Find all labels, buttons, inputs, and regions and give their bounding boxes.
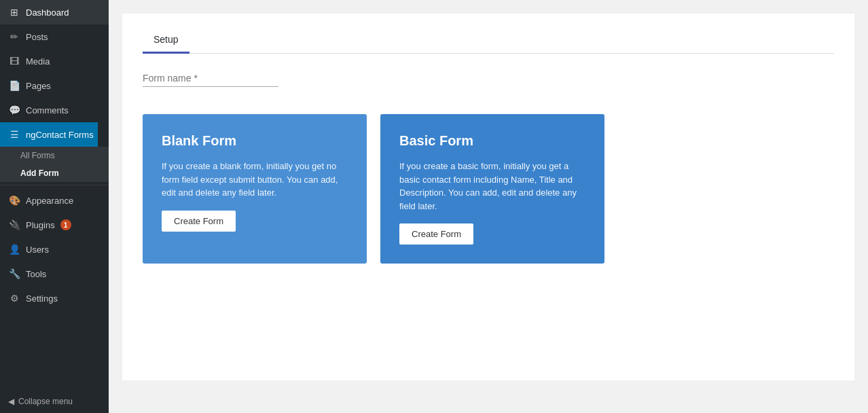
- pages-icon: 📄: [8, 79, 20, 92]
- sidebar-item-settings[interactable]: ⚙ Settings: [0, 286, 109, 310]
- sidebar-item-comments[interactable]: 💬 Comments: [0, 98, 109, 122]
- sidebar: ⊞ Dashboard ✏ Posts 🎞 Media 📄 Pages 💬 Co…: [0, 0, 109, 413]
- users-icon: 👤: [8, 243, 20, 255]
- sidebar-item-appearance[interactable]: 🎨 Appearance: [0, 188, 109, 213]
- sidebar-item-tools[interactable]: 🔧 Tools: [0, 262, 109, 286]
- settings-icon: ⚙: [8, 292, 20, 304]
- sidebar-item-label: Appearance: [26, 196, 73, 206]
- basic-form-title: Basic Form: [399, 133, 585, 149]
- template-cards: Blank Form If you create a blank form, i…: [143, 114, 834, 264]
- sidebar-item-dashboard[interactable]: ⊞ Dashboard: [0, 0, 109, 24]
- basic-form-description: If you create a basic form, initially yo…: [399, 160, 585, 213]
- sidebar-arrow-icon: ◀: [98, 122, 109, 147]
- sidebar-item-label: Comments: [26, 105, 69, 115]
- sidebar-sub-item-add-form[interactable]: Add Form: [0, 164, 109, 182]
- sidebar-submenu-ngcontact: All Forms Add Form: [0, 147, 109, 182]
- sidebar-item-label: Tools: [26, 269, 46, 279]
- content-box: Setup Blank Form If you create a blank f…: [122, 14, 854, 380]
- sidebar-item-users[interactable]: 👤 Users: [0, 237, 109, 262]
- collapse-icon: ◀: [8, 397, 14, 406]
- sidebar-item-posts[interactable]: ✏ Posts: [0, 24, 109, 49]
- tools-icon: 🔧: [8, 268, 20, 280]
- appearance-icon: 🎨: [8, 194, 20, 206]
- blank-form-card: Blank Form If you create a blank form, i…: [143, 114, 367, 264]
- media-icon: 🎞: [8, 55, 20, 67]
- sidebar-item-plugins[interactable]: 🔌 Plugins 1: [0, 213, 109, 237]
- sidebar-item-pages[interactable]: 📄 Pages: [0, 73, 109, 98]
- plugins-badge: 1: [60, 219, 71, 230]
- sidebar-item-label: Dashboard: [26, 7, 69, 18]
- sidebar-item-media[interactable]: 🎞 Media: [0, 49, 109, 73]
- sidebar-collapse-button[interactable]: ◀ Collapse menu: [0, 390, 109, 413]
- dashboard-icon: ⊞: [8, 6, 20, 18]
- sidebar-divider: [0, 185, 109, 185]
- form-name-input[interactable]: [143, 70, 278, 87]
- tab-setup[interactable]: Setup: [143, 27, 189, 54]
- tabs-bar: Setup: [143, 27, 834, 54]
- ngcontact-icon: ☰: [8, 128, 20, 141]
- posts-icon: ✏: [8, 31, 20, 43]
- comments-icon: 💬: [8, 104, 20, 116]
- sidebar-item-ngcontact-forms[interactable]: ☰ ngContact Forms ◀: [0, 122, 109, 147]
- sidebar-item-label: Users: [26, 245, 49, 255]
- sidebar-item-label: ngContact Forms: [26, 130, 94, 140]
- sidebar-item-label: Pages: [26, 81, 51, 91]
- sidebar-item-label: Plugins: [26, 220, 55, 230]
- sidebar-item-label: Media: [26, 56, 50, 67]
- plugins-icon: 🔌: [8, 219, 20, 231]
- sidebar-item-label: Settings: [26, 293, 58, 304]
- sidebar-item-label: Posts: [26, 32, 48, 42]
- collapse-label: Collapse menu: [18, 397, 73, 406]
- blank-form-description: If you create a blank form, initially yo…: [162, 160, 348, 200]
- blank-form-title: Blank Form: [162, 133, 348, 149]
- blank-form-create-button[interactable]: Create Form: [162, 211, 236, 232]
- basic-form-create-button[interactable]: Create Form: [399, 223, 473, 245]
- main-content: Setup Blank Form If you create a blank f…: [109, 0, 868, 413]
- sidebar-sub-item-all-forms[interactable]: All Forms: [0, 147, 109, 164]
- basic-form-card: Basic Form If you create a basic form, i…: [380, 114, 604, 264]
